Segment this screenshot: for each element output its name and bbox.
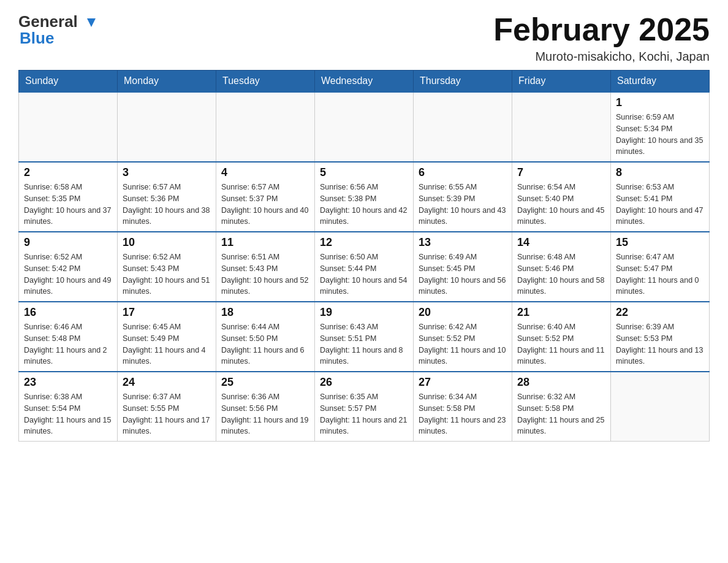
sun-info: Sunrise: 6:53 AMSunset: 5:41 PMDaylight:… [616,182,704,228]
calendar-day [512,92,611,162]
day-number: 9 [24,236,112,249]
calendar-week-row: 2Sunrise: 6:58 AMSunset: 5:35 PMDaylight… [19,162,710,232]
calendar-day: 2Sunrise: 6:58 AMSunset: 5:35 PMDaylight… [19,162,118,232]
calendar-day: 22Sunrise: 6:39 AMSunset: 5:53 PMDayligh… [611,302,710,372]
day-number: 6 [419,166,507,179]
calendar-day: 23Sunrise: 6:38 AMSunset: 5:54 PMDayligh… [19,372,118,442]
calendar-day: 27Sunrise: 6:34 AMSunset: 5:58 PMDayligh… [414,372,512,442]
day-number: 5 [320,166,408,179]
calendar-day: 16Sunrise: 6:46 AMSunset: 5:48 PMDayligh… [19,302,118,372]
day-number: 16 [24,306,112,319]
calendar-day: 19Sunrise: 6:43 AMSunset: 5:51 PMDayligh… [315,302,414,372]
sun-info: Sunrise: 6:36 AMSunset: 5:56 PMDaylight:… [221,391,309,437]
sun-info: Sunrise: 6:44 AMSunset: 5:50 PMDaylight:… [221,321,309,367]
calendar-day: 4Sunrise: 6:57 AMSunset: 5:37 PMDaylight… [216,162,315,232]
logo-blue: Blue [20,29,54,47]
sun-info: Sunrise: 6:45 AMSunset: 5:49 PMDaylight:… [123,321,211,367]
sun-info: Sunrise: 6:51 AMSunset: 5:43 PMDaylight:… [221,251,309,297]
day-number: 3 [123,166,211,179]
calendar-day: 5Sunrise: 6:56 AMSunset: 5:38 PMDaylight… [315,162,414,232]
day-number: 4 [221,166,309,179]
calendar-day: 3Sunrise: 6:57 AMSunset: 5:36 PMDaylight… [118,162,216,232]
calendar-week-row: 23Sunrise: 6:38 AMSunset: 5:54 PMDayligh… [19,372,710,442]
day-number: 18 [221,306,309,319]
svg-marker-0 [87,18,96,27]
sun-info: Sunrise: 6:37 AMSunset: 5:55 PMDaylight:… [123,391,211,437]
calendar-day: 28Sunrise: 6:32 AMSunset: 5:58 PMDayligh… [512,372,611,442]
calendar-day: 1Sunrise: 6:59 AMSunset: 5:34 PMDaylight… [611,92,710,162]
calendar-day [216,92,315,162]
calendar-day: 25Sunrise: 6:36 AMSunset: 5:56 PMDayligh… [216,372,315,442]
month-title: February 2025 [493,12,710,47]
sun-info: Sunrise: 6:56 AMSunset: 5:38 PMDaylight:… [320,182,408,228]
day-number: 20 [419,306,507,319]
calendar-header-tuesday: Tuesday [216,71,315,93]
sun-info: Sunrise: 6:43 AMSunset: 5:51 PMDaylight:… [320,321,408,367]
logo-arrow-icon [85,16,98,29]
sun-info: Sunrise: 6:38 AMSunset: 5:54 PMDaylight:… [24,391,112,437]
sun-info: Sunrise: 6:58 AMSunset: 5:35 PMDaylight:… [24,182,112,228]
day-number: 17 [123,306,211,319]
day-number: 25 [221,376,309,389]
calendar-day: 15Sunrise: 6:47 AMSunset: 5:47 PMDayligh… [611,232,710,302]
calendar-header-wednesday: Wednesday [315,71,414,93]
calendar-day: 14Sunrise: 6:48 AMSunset: 5:46 PMDayligh… [512,232,611,302]
calendar-week-row: 16Sunrise: 6:46 AMSunset: 5:48 PMDayligh… [19,302,710,372]
sun-info: Sunrise: 6:55 AMSunset: 5:39 PMDaylight:… [419,182,507,228]
calendar-day [315,92,414,162]
calendar-day: 21Sunrise: 6:40 AMSunset: 5:52 PMDayligh… [512,302,611,372]
sun-info: Sunrise: 6:57 AMSunset: 5:36 PMDaylight:… [123,182,211,228]
calendar-day: 12Sunrise: 6:50 AMSunset: 5:44 PMDayligh… [315,232,414,302]
day-number: 13 [419,236,507,249]
day-number: 15 [616,236,704,249]
title-section: February 2025 Muroto-misakicho, Kochi, J… [493,12,710,64]
calendar-day: 20Sunrise: 6:42 AMSunset: 5:52 PMDayligh… [414,302,512,372]
sun-info: Sunrise: 6:39 AMSunset: 5:53 PMDaylight:… [616,321,704,367]
sun-info: Sunrise: 6:32 AMSunset: 5:58 PMDaylight:… [517,391,605,437]
sun-info: Sunrise: 6:47 AMSunset: 5:47 PMDaylight:… [616,251,704,297]
day-number: 23 [24,376,112,389]
sun-info: Sunrise: 6:54 AMSunset: 5:40 PMDaylight:… [517,182,605,228]
sun-info: Sunrise: 6:35 AMSunset: 5:57 PMDaylight:… [320,391,408,437]
calendar-header-friday: Friday [512,71,611,93]
day-number: 1 [616,96,704,109]
calendar-header-thursday: Thursday [414,71,512,93]
calendar-day: 18Sunrise: 6:44 AMSunset: 5:50 PMDayligh… [216,302,315,372]
sun-info: Sunrise: 6:52 AMSunset: 5:43 PMDaylight:… [123,251,211,297]
location: Muroto-misakicho, Kochi, Japan [493,50,710,64]
sun-info: Sunrise: 6:57 AMSunset: 5:37 PMDaylight:… [221,182,309,228]
calendar-header-saturday: Saturday [611,71,710,93]
calendar-header-monday: Monday [118,71,216,93]
day-number: 7 [517,166,605,179]
sun-info: Sunrise: 6:46 AMSunset: 5:48 PMDaylight:… [24,321,112,367]
sun-info: Sunrise: 6:59 AMSunset: 5:34 PMDaylight:… [616,112,704,158]
calendar-day: 6Sunrise: 6:55 AMSunset: 5:39 PMDaylight… [414,162,512,232]
sun-info: Sunrise: 6:40 AMSunset: 5:52 PMDaylight:… [517,321,605,367]
day-number: 24 [123,376,211,389]
calendar-day [611,372,710,442]
calendar-header-row: SundayMondayTuesdayWednesdayThursdayFrid… [19,71,710,93]
sun-info: Sunrise: 6:48 AMSunset: 5:46 PMDaylight:… [517,251,605,297]
day-number: 2 [24,166,112,179]
calendar-day [118,92,216,162]
calendar-week-row: 9Sunrise: 6:52 AMSunset: 5:42 PMDaylight… [19,232,710,302]
calendar-table: SundayMondayTuesdayWednesdayThursdayFrid… [18,70,710,442]
sun-info: Sunrise: 6:52 AMSunset: 5:42 PMDaylight:… [24,251,112,297]
calendar-day [414,92,512,162]
day-number: 26 [320,376,408,389]
logo: General Blue [18,12,98,48]
page-header: General Blue February 2025 Muroto-misaki… [18,12,710,64]
calendar-day: 10Sunrise: 6:52 AMSunset: 5:43 PMDayligh… [118,232,216,302]
calendar-day [19,92,118,162]
day-number: 22 [616,306,704,319]
calendar-day: 9Sunrise: 6:52 AMSunset: 5:42 PMDaylight… [19,232,118,302]
day-number: 19 [320,306,408,319]
day-number: 21 [517,306,605,319]
sun-info: Sunrise: 6:42 AMSunset: 5:52 PMDaylight:… [419,321,507,367]
day-number: 28 [517,376,605,389]
calendar-day: 13Sunrise: 6:49 AMSunset: 5:45 PMDayligh… [414,232,512,302]
sun-info: Sunrise: 6:34 AMSunset: 5:58 PMDaylight:… [419,391,507,437]
calendar-header-sunday: Sunday [19,71,118,93]
day-number: 27 [419,376,507,389]
calendar-day: 24Sunrise: 6:37 AMSunset: 5:55 PMDayligh… [118,372,216,442]
